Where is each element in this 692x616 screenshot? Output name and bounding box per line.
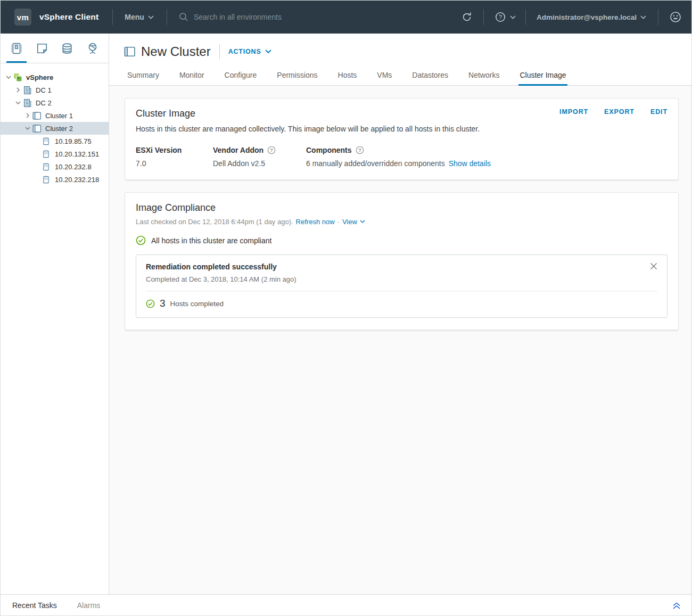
- tree-item-host-10-20-232-218[interactable]: 10.20.232.218: [1, 173, 109, 186]
- tree-item-cluster-2[interactable]: Cluster 2: [1, 122, 109, 135]
- field-esxi-version: ESXi Version 7.0: [136, 146, 213, 168]
- import-button[interactable]: IMPORT: [559, 108, 588, 116]
- vmware-logo[interactable]: vm: [14, 9, 31, 26]
- view-dropdown[interactable]: View: [342, 218, 365, 226]
- host-icon: [42, 137, 50, 145]
- networking-icon: [87, 43, 98, 54]
- header-divider: [167, 9, 167, 25]
- success-check-icon: [146, 299, 155, 308]
- chevron-down-icon: [265, 50, 271, 54]
- chevron-down-icon: [360, 220, 365, 224]
- cluster-image-card: Cluster Image IMPORT EXPORT EDIT Hosts i…: [125, 98, 679, 180]
- tab-content: Cluster Image IMPORT EXPORT EDIT Hosts i…: [109, 86, 691, 594]
- tree-item-host-10-19-85-75[interactable]: 10.19.85.75: [1, 135, 109, 147]
- actions-button[interactable]: ACTIONS: [228, 48, 271, 55]
- tree-item-cluster-1[interactable]: Cluster 1: [1, 109, 109, 122]
- datacenter-icon: [23, 98, 32, 108]
- remediation-result-panel: Remediation completed successfully Compl…: [136, 254, 668, 318]
- success-check-icon: [136, 235, 146, 245]
- chevron-down-icon: [148, 15, 154, 19]
- refresh-now-link[interactable]: Refresh now: [296, 218, 335, 226]
- svg-text:?: ?: [270, 147, 273, 153]
- tree-item-vsphere[interactable]: vSphere: [1, 71, 109, 84]
- refresh-button[interactable]: [461, 11, 473, 23]
- tab-summary[interactable]: Summary: [126, 68, 160, 86]
- chevron-collapsed-icon: [17, 87, 20, 93]
- recent-tasks-button[interactable]: Recent Tasks: [12, 601, 57, 610]
- hosts-completed-label: Hosts completed: [170, 300, 224, 308]
- menu-button[interactable]: Menu: [125, 13, 154, 21]
- compliance-status-text: All hosts in this cluster are compliant: [151, 236, 271, 245]
- compliance-status: All hosts in this cluster are compliant: [136, 235, 668, 245]
- bottom-panel-bar: Recent Tasks Alarms: [1, 594, 691, 615]
- tab-permissions[interactable]: Permissions: [276, 68, 318, 86]
- host-icon: [42, 176, 50, 184]
- header-divider: [112, 9, 113, 25]
- top-header-bar: vm vSphere Client Menu ? Administrator@v…: [1, 1, 691, 34]
- host-icon: [42, 150, 50, 158]
- tab-cluster-image[interactable]: Cluster Image: [518, 68, 567, 86]
- hosts-completed-count: 3: [160, 298, 166, 309]
- components-value: 6 manually added/overridden components: [306, 159, 445, 168]
- expand-panel-button[interactable]: [671, 601, 682, 610]
- cluster-icon: [32, 111, 42, 120]
- tree-item-host-10-20-132-151[interactable]: 10.20.132.151: [1, 147, 109, 160]
- remediation-title: Remediation completed successfully: [146, 262, 277, 271]
- chevron-down-icon: [640, 15, 646, 19]
- cluster-icon: [32, 124, 42, 133]
- object-header: New Cluster ACTIONS: [109, 34, 691, 59]
- show-details-link[interactable]: Show details: [449, 159, 491, 168]
- datacenter-icon: [23, 86, 32, 95]
- chevron-expanded-icon: [25, 127, 30, 130]
- help-menu[interactable]: ?: [495, 11, 516, 23]
- tree-item-dc-1[interactable]: DC 1: [1, 84, 109, 96]
- sidebar-tab-networking[interactable]: [81, 34, 104, 63]
- refresh-icon: [461, 11, 473, 23]
- tree-item-dc-2[interactable]: DC 2: [1, 96, 109, 109]
- tab-networks[interactable]: Networks: [467, 68, 500, 86]
- last-checked-text: Last checked on Dec 12, 2018 6:44pm (1 d…: [136, 218, 293, 226]
- inventory-tree: vSphere DC 1 DC 2 Cluster 1: [1, 63, 109, 186]
- sidebar-tab-hosts-and-clusters[interactable]: [5, 34, 28, 63]
- search-icon: [179, 12, 188, 22]
- tab-datastores[interactable]: Datastores: [411, 68, 449, 86]
- hosts-and-clusters-icon: [11, 43, 22, 54]
- tab-vms[interactable]: VMs: [376, 68, 393, 86]
- sidebar-tab-vms-and-templates[interactable]: [30, 34, 54, 63]
- tree-item-host-10-20-232-8[interactable]: 10.20.232.8: [1, 160, 109, 173]
- header-divider: [525, 9, 526, 25]
- double-chevron-up-icon: [671, 601, 682, 610]
- help-circle-icon[interactable]: ?: [267, 146, 276, 154]
- user-menu[interactable]: Administrator@vsphere.local: [537, 13, 646, 21]
- svg-text:?: ?: [499, 14, 502, 20]
- help-circle-icon[interactable]: ?: [356, 146, 364, 154]
- page-title: New Cluster: [141, 44, 211, 59]
- image-compliance-card-title: Image Compliance: [136, 202, 668, 213]
- tab-configure[interactable]: Configure: [224, 68, 258, 86]
- inventory-view-tabs: [1, 34, 109, 63]
- field-components: Components ? 6 manually added/overridden…: [306, 146, 668, 168]
- vms-and-templates-icon: [36, 43, 48, 54]
- export-button[interactable]: EXPORT: [604, 108, 635, 116]
- chevron-expanded-icon: [15, 101, 21, 105]
- tab-monitor[interactable]: Monitor: [178, 68, 205, 86]
- storage-icon: [61, 43, 73, 54]
- title-divider: [219, 44, 220, 59]
- edit-button[interactable]: EDIT: [650, 108, 668, 116]
- cluster-icon: [124, 46, 136, 58]
- cluster-image-description: Hosts in this cluster are managed collec…: [136, 125, 668, 133]
- alarms-button[interactable]: Alarms: [77, 601, 101, 610]
- chevron-collapsed-icon: [26, 113, 30, 118]
- object-tabs: Summary Monitor Configure Permissions Ho…: [109, 68, 691, 86]
- image-compliance-card: Image Compliance Last checked on Dec 12,…: [125, 192, 679, 330]
- vcenter-icon: [13, 73, 22, 82]
- header-divider: [483, 9, 484, 25]
- global-search[interactable]: [179, 12, 327, 22]
- esxi-version-value: 7.0: [136, 159, 213, 168]
- field-vendor-addon: Vendor Addon ? Dell Addon v2.5: [213, 146, 306, 168]
- search-input[interactable]: [194, 13, 327, 21]
- feedback-button[interactable]: [669, 11, 682, 23]
- tab-hosts[interactable]: Hosts: [337, 68, 358, 86]
- sidebar-tab-storage[interactable]: [55, 34, 79, 63]
- close-button[interactable]: [650, 262, 657, 270]
